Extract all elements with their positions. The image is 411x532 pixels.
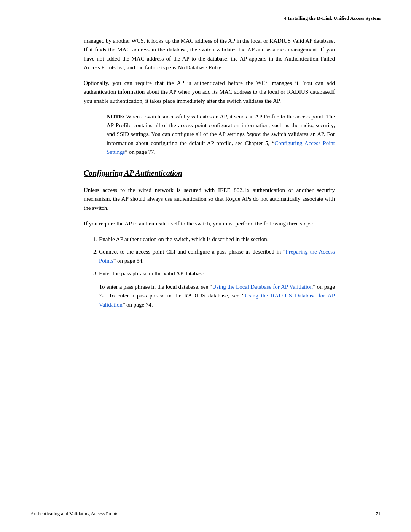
note-label: NOTE: (107, 113, 125, 120)
paragraph-1-text: managed by another WCS, it looks up the … (84, 38, 335, 70)
sub-paragraph: To enter a pass phrase in the local data… (99, 283, 335, 309)
section-heading: Configuring AP Authentication (84, 167, 335, 179)
paragraph-4: If you require the AP to authenticate it… (84, 219, 335, 228)
paragraph-2: Optionally, you can require that the AP … (84, 79, 335, 105)
paragraph-1: managed by another WCS, it looks up the … (84, 37, 335, 72)
paragraph-3: Unless access to the wired network is se… (84, 186, 335, 212)
list-item-1: Enable AP authentication on the switch, … (99, 235, 335, 244)
paragraph-2-text: Optionally, you can require that the AP … (84, 80, 335, 104)
list-item-2-after: ” on page 54. (113, 258, 144, 264)
note-block: NOTE: When a switch successfully validat… (107, 112, 335, 157)
note-text-3: ” on page 77. (125, 149, 155, 155)
sub-para-after: ” on page 74. (123, 302, 153, 308)
page-footer: Authenticating and Validating Access Poi… (0, 511, 411, 517)
list-item-2-before: Connect to the access point CLI and conf… (99, 249, 286, 255)
page-header: 4 Installing the D-Link Unified Access S… (0, 0, 411, 29)
sub-link-1[interactable]: Using the Local Database for AP Validati… (212, 284, 313, 290)
list-item-3-text: Enter the pass phrase in the Valid AP da… (99, 270, 206, 276)
page: 4 Installing the D-Link Unified Access S… (0, 0, 411, 532)
paragraph-4-text: If you require the AP to authenticate it… (84, 220, 313, 227)
steps-list: Enable AP authentication on the switch, … (99, 235, 335, 278)
sub-para-before: To enter a pass phrase in the local data… (99, 284, 212, 290)
list-item-1-text: Enable AP authentication on the switch, … (99, 236, 269, 242)
footer-right: 71 (376, 511, 381, 517)
list-item-3: Enter the pass phrase in the Valid AP da… (99, 269, 335, 278)
paragraph-3-text: Unless access to the wired network is se… (84, 187, 335, 211)
note-italic: before (247, 131, 261, 137)
footer-left: Authenticating and Validating Access Poi… (30, 511, 118, 517)
page-content: managed by another WCS, it looks up the … (0, 29, 411, 344)
list-item-2: Connect to the access point CLI and conf… (99, 248, 335, 265)
header-text: 4 Installing the D-Link Unified Access S… (284, 15, 381, 21)
